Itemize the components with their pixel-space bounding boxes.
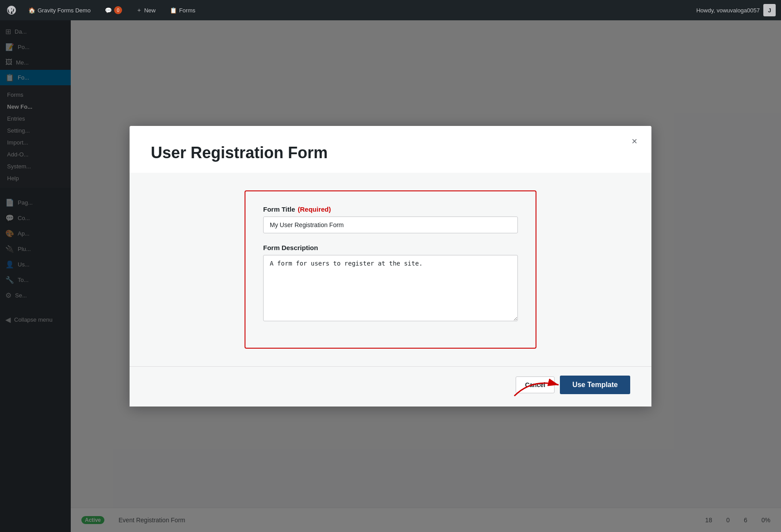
use-template-button[interactable]: Use Template [560,376,630,394]
plus-icon: ＋ [136,6,142,14]
admin-bar-new[interactable]: ＋ New [133,0,159,20]
comment-count: 0 [114,6,122,14]
modal-title: User Registration Form [151,144,630,162]
admin-avatar: J [763,4,776,16]
admin-bar-site-name: Gravity Forms Demo [38,7,91,14]
form-title-field: Form Title (Required) [263,205,518,233]
admin-bar-new-label: New [144,7,156,14]
cancel-button[interactable]: Cancel [516,376,555,393]
form-title-label-text: Form Title [263,205,295,213]
modal-overlay: × User Registration Form Form Title (Req… [0,0,781,532]
form-title-label: Form Title (Required) [263,205,518,213]
wp-logo[interactable] [5,4,18,16]
admin-bar: 🏠 Gravity Forms Demo 💬 0 ＋ New 📋 Forms H… [0,0,781,20]
forms-icon: 📋 [170,7,177,14]
modal-footer: Cancel Use Template [130,366,651,407]
form-description-textarea[interactable] [263,255,518,321]
admin-bar-forms-label: Forms [179,7,195,14]
form-description-field: Form Description [263,244,518,323]
form-title-input[interactable] [263,217,518,233]
form-description-label-text: Form Description [263,244,318,251]
form-description-label: Form Description [263,244,518,251]
admin-bar-forms[interactable]: 📋 Forms [166,0,199,20]
modal-close-button[interactable]: × [628,135,641,148]
admin-bar-site[interactable]: 🏠 Gravity Forms Demo [25,0,94,20]
modal-dialog: × User Registration Form Form Title (Req… [130,126,651,407]
modal-body: Form Title (Required) Form Description [130,173,651,366]
howdy-label: Howdy, vowuvaloga0057 [696,7,760,14]
modal-header: User Registration Form [130,126,651,173]
admin-bar-right: Howdy, vowuvaloga0057 J [696,4,776,16]
form-section: Form Title (Required) Form Description [245,190,536,349]
admin-bar-comments[interactable]: 💬 0 [101,0,126,20]
admin-bar-site-icon: 🏠 [28,7,35,14]
comment-icon: 💬 [105,7,112,14]
form-title-required: (Required) [298,205,331,213]
